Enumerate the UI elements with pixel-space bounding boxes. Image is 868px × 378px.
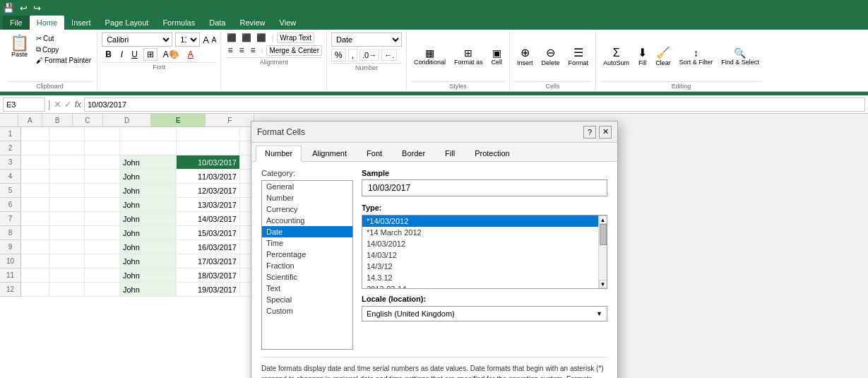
format-as-table-button[interactable]: ⊞ Format as	[451, 46, 486, 67]
type-list-item[interactable]: 2012-03-14	[362, 283, 607, 289]
find-select-button[interactable]: 🔍 Find & Select	[718, 46, 762, 67]
table-cell[interactable]: John	[120, 226, 177, 240]
fill-button[interactable]: ⬇ Fill	[635, 45, 650, 68]
tab-insert[interactable]: Insert	[64, 16, 98, 30]
table-cell[interactable]: John	[120, 254, 177, 268]
table-cell[interactable]: 17/03/2017	[177, 254, 240, 268]
dialog-close-button[interactable]: ✕	[599, 126, 612, 138]
insert-button[interactable]: ⊕ Insert	[514, 45, 536, 68]
tab-review[interactable]: Review	[232, 16, 272, 30]
col-header-a[interactable]: A	[18, 114, 42, 126]
dialog-tab-number[interactable]: Number	[256, 146, 302, 162]
table-cell[interactable]	[21, 155, 49, 170]
format-button[interactable]: ☰ Format	[566, 45, 592, 68]
table-cell[interactable]	[21, 226, 49, 240]
table-cell[interactable]	[21, 170, 49, 184]
dialog-tab-font[interactable]: Font	[357, 146, 391, 161]
table-cell[interactable]: 19/03/2017	[177, 283, 240, 297]
merge-center-button[interactable]: Merge & Center	[266, 45, 322, 56]
table-cell[interactable]: 10/03/2017	[177, 155, 240, 170]
font-color-button[interactable]: A	[185, 49, 196, 60]
cell-styles-button[interactable]: ▣ Cell	[489, 46, 506, 67]
category-list-item[interactable]: Time	[262, 237, 352, 249]
table-cell[interactable]	[21, 212, 49, 226]
table-cell[interactable]: John	[120, 212, 177, 226]
table-cell[interactable]	[49, 240, 85, 254]
col-header-b[interactable]: B	[42, 114, 73, 126]
format-painter-button[interactable]: 🖌Format Painter	[35, 56, 93, 65]
table-cell[interactable]	[21, 268, 49, 283]
table-cell[interactable]	[85, 127, 120, 141]
table-cell[interactable]	[49, 170, 85, 184]
table-cell[interactable]: 14/03/2017	[177, 212, 240, 226]
tab-data[interactable]: Data	[202, 16, 232, 30]
table-cell[interactable]: John	[120, 155, 177, 170]
col-header-d[interactable]: D	[103, 114, 152, 126]
type-list-item[interactable]: 14/3/12	[362, 261, 607, 272]
row-header[interactable]: 12	[0, 283, 21, 297]
dialog-tab-alignment[interactable]: Alignment	[303, 146, 356, 161]
dialog-tab-protection[interactable]: Protection	[465, 146, 519, 161]
table-cell[interactable]	[49, 212, 85, 226]
col-header-f[interactable]: F	[206, 114, 254, 126]
italic-button[interactable]: I	[118, 49, 126, 60]
row-header[interactable]: 8	[0, 226, 21, 240]
increase-decimal-button[interactable]: .0→	[359, 49, 379, 61]
scrollbar-down-arrow[interactable]: ▼	[599, 280, 607, 288]
table-cell[interactable]: 13/03/2017	[177, 198, 240, 212]
table-cell[interactable]	[120, 141, 177, 155]
border-button[interactable]: ⊞	[143, 48, 157, 61]
table-cell[interactable]: John	[120, 240, 177, 254]
table-cell[interactable]	[21, 198, 49, 212]
table-cell[interactable]	[85, 268, 120, 283]
align-top-left-icon[interactable]: ⬛	[225, 33, 238, 43]
dialog-tab-fill[interactable]: Fill	[436, 146, 464, 161]
font-family-select[interactable]: Calibri	[102, 33, 172, 47]
table-cell[interactable]	[21, 184, 49, 198]
table-cell[interactable]	[85, 212, 120, 226]
tab-formulas[interactable]: Formulas	[155, 16, 202, 30]
sort-filter-button[interactable]: ↕ Sort & Filter	[677, 46, 716, 67]
type-list-item[interactable]: 14/03/12	[362, 249, 607, 261]
table-cell[interactable]: John	[120, 170, 177, 184]
paste-button[interactable]: 📋 Paste	[7, 34, 32, 59]
fill-color-button[interactable]: A🎨	[160, 49, 182, 60]
table-cell[interactable]	[21, 127, 49, 141]
table-cell[interactable]	[85, 170, 120, 184]
row-header[interactable]: 7	[0, 212, 21, 226]
table-cell[interactable]: 15/03/2017	[177, 226, 240, 240]
delete-button[interactable]: ⊖ Delete	[539, 45, 563, 68]
category-list-item[interactable]: Number	[262, 192, 352, 203]
type-list-item[interactable]: *14/03/2012	[362, 215, 607, 227]
category-list-item[interactable]: General	[262, 181, 352, 192]
table-cell[interactable]: John	[120, 268, 177, 283]
row-header[interactable]: 6	[0, 198, 21, 212]
row-header[interactable]: 2	[0, 141, 21, 155]
table-cell[interactable]	[49, 127, 85, 141]
col-header-c[interactable]: C	[73, 114, 103, 126]
table-cell[interactable]	[85, 240, 120, 254]
increase-font-icon[interactable]: A	[203, 35, 209, 45]
table-cell[interactable]	[177, 141, 240, 155]
category-list-item[interactable]: Scientific	[262, 271, 352, 283]
align-center-button[interactable]: ≡	[237, 45, 246, 56]
category-list-item[interactable]: Fraction	[262, 260, 352, 271]
align-right-button[interactable]: ≡	[249, 45, 258, 56]
table-cell[interactable]	[177, 127, 240, 141]
table-cell[interactable]	[85, 254, 120, 268]
bold-button[interactable]: B	[102, 48, 115, 61]
tab-file[interactable]: File	[3, 16, 30, 30]
row-header[interactable]: 4	[0, 170, 21, 184]
table-cell[interactable]: 18/03/2017	[177, 268, 240, 283]
undo-icon[interactable]: ↩	[20, 3, 28, 13]
row-header[interactable]: 11	[0, 268, 21, 283]
row-header[interactable]: 5	[0, 184, 21, 198]
table-cell[interactable]	[49, 155, 85, 170]
table-cell[interactable]	[85, 184, 120, 198]
table-cell[interactable]	[85, 226, 120, 240]
row-header[interactable]: 10	[0, 254, 21, 268]
table-cell[interactable]: John	[120, 198, 177, 212]
percent-button[interactable]: %	[331, 49, 346, 61]
tab-page-layout[interactable]: Page Layout	[98, 16, 156, 30]
copy-button[interactable]: ⧉Copy	[35, 45, 93, 54]
